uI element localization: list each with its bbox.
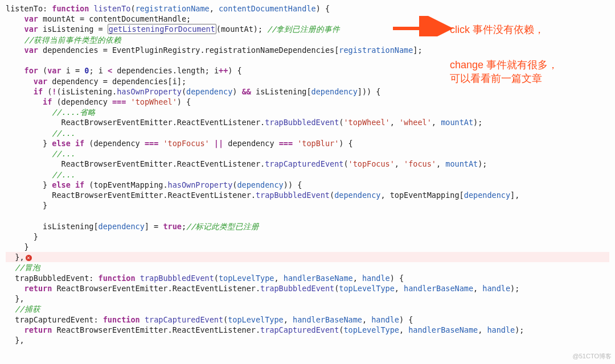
- error-line: },✕: [6, 252, 609, 262]
- error-icon: ✕: [26, 255, 32, 261]
- annotation-change: change 事件就有很多， 可以看看前一篇文章: [450, 58, 558, 86]
- highlighted-call: getListeningForDocument: [108, 24, 216, 34]
- code-block: listenTo: function listenTo(registration…: [6, 3, 609, 345]
- annotation-click: click 事件没有依赖，: [450, 23, 544, 36]
- watermark: @51CTO博客: [573, 352, 612, 361]
